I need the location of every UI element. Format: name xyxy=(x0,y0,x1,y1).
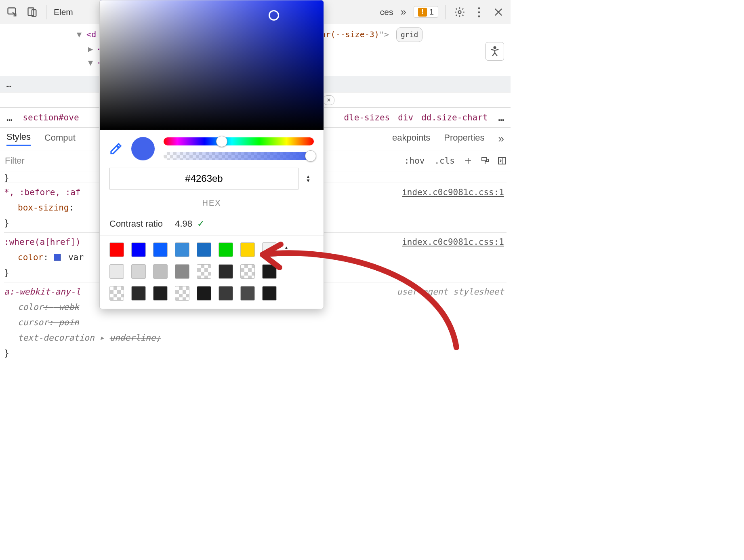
palette-swatch[interactable] xyxy=(153,286,168,301)
hov-toggle[interactable]: :hov xyxy=(399,156,430,166)
cls-toggle[interactable]: .cls xyxy=(429,156,460,166)
warning-icon: ! xyxy=(418,8,427,17)
contrast-row[interactable]: Contrast ratio 4.98 ✓ xyxy=(100,212,324,236)
issues-badge[interactable]: ! 1 xyxy=(414,6,438,18)
paint-icon[interactable] xyxy=(480,156,490,166)
alpha-slider[interactable] xyxy=(164,152,314,160)
issues-count: 1 xyxy=(429,7,434,17)
slider-thumb[interactable] xyxy=(216,136,227,147)
format-spinner[interactable]: ▲▼ xyxy=(306,175,314,183)
tab-computed[interactable]: Comput xyxy=(44,133,76,145)
device-toggle-icon[interactable] xyxy=(26,6,39,19)
palette-spinner[interactable]: ▲▼ xyxy=(284,246,314,254)
plus-icon[interactable] xyxy=(463,156,473,166)
palette-swatch[interactable] xyxy=(175,264,189,279)
rule-value: -webk xyxy=(54,302,79,312)
svg-rect-5 xyxy=(482,158,487,161)
saturation-field[interactable] xyxy=(100,0,324,130)
rule-property: text-decoration xyxy=(4,330,95,345)
crumb-more-left[interactable]: … xyxy=(4,112,15,123)
color-swatch-icon[interactable] xyxy=(54,254,61,261)
hex-label: HEX xyxy=(202,196,221,208)
tab-sources-fragment[interactable]: ces xyxy=(380,7,393,17)
saturation-cursor[interactable] xyxy=(269,10,279,21)
current-color-swatch xyxy=(131,137,155,160)
palette-swatch[interactable] xyxy=(240,242,255,257)
contrast-label: Contrast ratio xyxy=(109,219,163,229)
eyedropper-icon[interactable] xyxy=(109,142,122,155)
crumb-item[interactable]: div xyxy=(398,113,413,122)
more-tabs-icon[interactable]: » xyxy=(400,6,406,18)
rule-selector: :where(a[href]) xyxy=(4,237,81,247)
palette-swatch[interactable] xyxy=(153,242,168,257)
close-icon[interactable] xyxy=(492,6,505,19)
svg-point-4 xyxy=(494,46,496,48)
dom-node[interactable]: <d xyxy=(86,29,96,39)
divider xyxy=(446,5,446,19)
inspect-icon[interactable] xyxy=(6,6,19,19)
palette-swatch[interactable] xyxy=(262,264,277,279)
rule-property: color xyxy=(4,250,43,265)
hue-slider[interactable] xyxy=(164,137,314,145)
palette-swatch[interactable] xyxy=(153,264,168,279)
ellipsis-icon[interactable]: … xyxy=(0,76,18,92)
rule-property: cursor xyxy=(4,315,48,330)
palette-swatches: ▲▼ xyxy=(100,236,324,309)
palette-swatch[interactable] xyxy=(175,242,189,257)
slider-thumb[interactable] xyxy=(305,150,316,162)
rule-source-label: user agent stylesheet xyxy=(397,284,504,299)
palette-swatch[interactable] xyxy=(197,286,211,301)
palette-swatch[interactable] xyxy=(197,264,211,279)
rule-property: box-sizing xyxy=(4,200,69,215)
palette-swatch[interactable] xyxy=(219,286,233,301)
grid-badge[interactable]: grid xyxy=(396,27,422,42)
palette-swatch[interactable] xyxy=(131,286,146,301)
gear-icon[interactable] xyxy=(453,6,466,19)
hex-input[interactable] xyxy=(109,168,298,189)
rule-value: var xyxy=(68,253,84,262)
palette-swatch[interactable] xyxy=(131,264,146,279)
svg-point-3 xyxy=(458,11,461,13)
rule-property: color xyxy=(4,299,43,315)
color-picker: ▲▼ HEX Contrast ratio 4.98 ✓ ▲▼ xyxy=(99,0,324,309)
palette-swatch[interactable] xyxy=(109,264,124,279)
check-icon: ✓ xyxy=(197,219,204,229)
crumb-more-right[interactable]: … xyxy=(496,112,507,123)
tab-properties[interactable]: Properties xyxy=(444,133,484,145)
palette-swatch[interactable] xyxy=(240,286,255,301)
palette-swatch[interactable] xyxy=(131,242,146,257)
svg-rect-1 xyxy=(28,8,34,15)
rule-source-link[interactable]: index.c0c9081c.css:1 xyxy=(402,185,504,200)
tab-elements[interactable]: Elem xyxy=(54,7,73,17)
more-subtabs-icon[interactable]: » xyxy=(498,133,504,145)
svg-rect-6 xyxy=(498,158,506,164)
palette-swatch[interactable] xyxy=(262,286,277,301)
crumb-item[interactable]: section#ove xyxy=(23,113,79,122)
crumb-item[interactable]: dd.size-chart xyxy=(421,113,488,122)
contrast-value: 4.98 xyxy=(175,219,192,229)
rule-value: underline; xyxy=(110,333,161,343)
palette-swatch[interactable] xyxy=(197,242,211,257)
palette-swatch[interactable] xyxy=(240,264,255,279)
close-pill-icon[interactable]: × xyxy=(323,95,334,105)
palette-swatch[interactable] xyxy=(219,242,233,257)
rule-source-link[interactable]: index.c0c9081c.css:1 xyxy=(402,234,504,250)
rule-selector: *, :before, :af xyxy=(4,187,81,197)
accessibility-button[interactable] xyxy=(485,42,504,61)
kebab-icon[interactable]: ⋮ xyxy=(473,5,485,19)
palette-swatch[interactable] xyxy=(262,242,277,257)
rule-selector: a:-webkit-any-l xyxy=(4,287,81,297)
sidebar-toggle-icon[interactable] xyxy=(497,156,507,166)
svg-rect-0 xyxy=(8,8,16,14)
palette-swatch[interactable] xyxy=(219,264,233,279)
tab-breakpoints[interactable]: eakpoints xyxy=(392,133,430,145)
palette-swatch[interactable] xyxy=(109,242,124,257)
divider xyxy=(46,5,46,19)
crumb-item[interactable]: dle-sizes xyxy=(344,113,390,122)
attr-value: var(--size-3) xyxy=(316,29,379,39)
rule-value: poin xyxy=(59,318,79,327)
tab-styles[interactable]: Styles xyxy=(6,132,31,146)
palette-swatch[interactable] xyxy=(109,286,124,301)
palette-swatch[interactable] xyxy=(175,286,189,301)
